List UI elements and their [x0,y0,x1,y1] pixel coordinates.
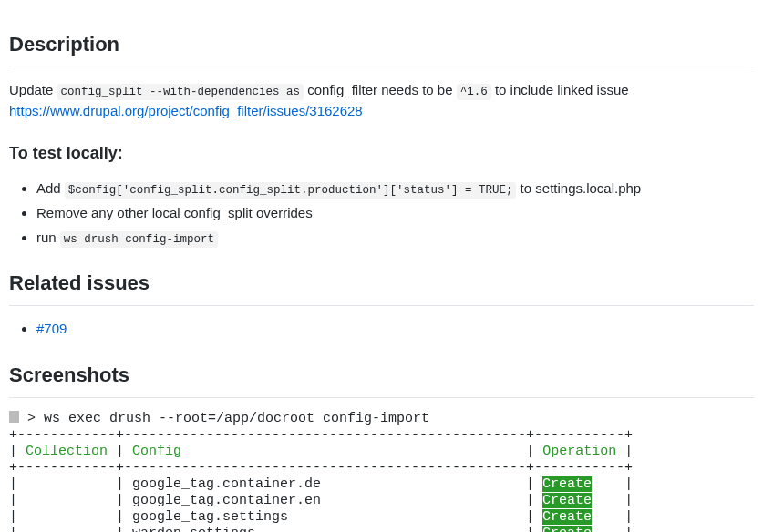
inline-code: $config['config_split.config_split.produ… [65,182,517,199]
issue-link[interactable]: https://www.drupal.org/project/config_fi… [9,103,363,118]
description-paragraph: Update config_split --with-dependencies … [9,80,754,121]
inline-code: ^1.6 [457,84,491,100]
list-item: #709 [36,319,754,340]
list-item: run ws drush config-import [36,228,754,249]
description-heading: Description [9,29,754,67]
test-locally-heading: To test locally: [9,141,754,166]
related-issues-heading: Related issues [9,268,754,306]
test-steps-list: Add $config['config_split.config_split.p… [9,179,754,248]
list-item: Add $config['config_split.config_split.p… [36,179,754,200]
terminal-output: > ws exec drush --root=/app/docroot conf… [9,411,754,532]
list-item: Remove any other local config_split over… [36,203,754,224]
related-issue-link[interactable]: #709 [36,321,67,336]
related-issues-list: #709 [9,319,754,340]
inline-code: config_split --with-dependencies as [57,84,304,100]
screenshots-heading: Screenshots [9,360,754,398]
inline-code: ws drush config-import [60,231,218,248]
